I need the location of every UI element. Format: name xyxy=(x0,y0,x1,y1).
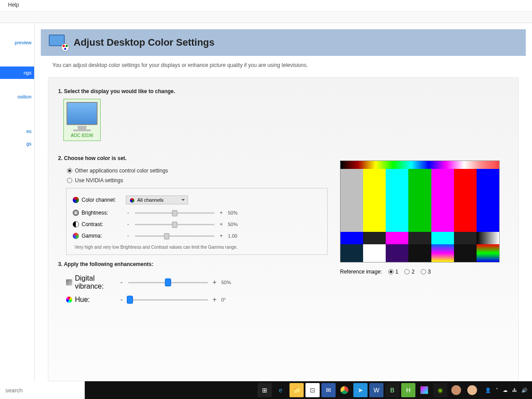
page-title: Adjust Desktop Color Settings xyxy=(74,37,215,48)
taskbar-search[interactable]: search xyxy=(0,381,85,399)
brightness-slider[interactable] xyxy=(135,210,215,216)
hue-slider[interactable] xyxy=(128,297,208,303)
vibrance-label: Digital vibrance: xyxy=(75,274,115,290)
taskbar: search ⊞ e 📁 ⊡ ✉ ➤ W B H ◉ 👤 ˄ ☁ 🖧 🔊 xyxy=(0,381,532,399)
menu-bar: Help xyxy=(0,0,532,12)
sidebar-item-position[interactable]: osition xyxy=(0,90,34,103)
section3-title: 3. Apply the following enhancements: xyxy=(58,261,328,267)
radio-icon xyxy=(67,168,72,173)
word-icon[interactable]: W xyxy=(369,383,383,397)
page-description: You can adjust desktop color settings fo… xyxy=(41,56,526,74)
vibrance-plus[interactable]: + xyxy=(212,278,217,286)
brightness-icon xyxy=(73,210,79,216)
section1-title: 1. Select the display you would like to … xyxy=(58,88,509,94)
contrast-value: 50% xyxy=(228,222,246,227)
app-h-icon[interactable]: H xyxy=(401,383,415,397)
settings-panel: 1. Select the display you would like to … xyxy=(48,77,519,381)
sidebar-item-es[interactable]: es xyxy=(0,125,34,137)
avatar2-icon[interactable] xyxy=(465,383,479,397)
gamma-label: Gamma: xyxy=(82,233,102,239)
tray-network-icon[interactable]: 🖧 xyxy=(512,387,517,393)
monitor-icon xyxy=(66,102,98,125)
color-app-icon[interactable] xyxy=(417,383,431,397)
display-option[interactable]: AOC 831W xyxy=(63,99,101,141)
color-settings-group: Color channel: All channels Brightness: … xyxy=(66,188,328,255)
gamma-value: 1.00 xyxy=(228,233,246,239)
gamma-note: Very high and very low Brightness and Co… xyxy=(73,242,321,250)
mail-icon[interactable]: ✉ xyxy=(321,383,336,397)
file-explorer-icon[interactable]: 📁 xyxy=(289,383,304,397)
brightness-minus[interactable]: - xyxy=(126,210,130,216)
app-b-icon[interactable]: B xyxy=(385,383,399,397)
hue-minus[interactable]: - xyxy=(119,296,124,304)
contrast-row: Contrast: - + 50% xyxy=(73,219,321,230)
vibrance-value: 50% xyxy=(221,280,239,285)
system-tray[interactable]: 👤 ˄ ☁ 🖧 🔊 xyxy=(481,387,532,393)
gamma-plus[interactable]: + xyxy=(219,233,223,239)
contrast-label: Contrast: xyxy=(82,221,103,227)
brightness-row: Brightness: - + 50% xyxy=(73,207,321,219)
reference-image xyxy=(340,160,500,262)
brightness-value: 50% xyxy=(228,210,246,215)
display-name-label: AOC 831W xyxy=(66,133,98,138)
telegram-icon[interactable]: ➤ xyxy=(353,383,368,397)
nvidia-icon[interactable]: ◉ xyxy=(433,383,447,397)
page-header: Adjust Desktop Color Settings xyxy=(41,29,526,56)
hue-plus[interactable]: + xyxy=(212,296,217,304)
ref-radio-3[interactable]: 3 xyxy=(421,269,431,275)
radio-other-apps[interactable]: Other applications control color setting… xyxy=(58,166,328,176)
vibrance-slider[interactable] xyxy=(128,279,208,286)
radio-other-label: Other applications control color setting… xyxy=(75,168,168,174)
tray-people-icon[interactable]: 👤 xyxy=(485,387,491,393)
color-channel-icon xyxy=(73,197,79,203)
tray-onedrive-icon[interactable]: ☁ xyxy=(503,387,508,393)
contrast-plus[interactable]: + xyxy=(219,221,223,227)
reference-panel: Reference image: 1 2 3 xyxy=(340,153,509,275)
color-channel-row: Color channel: All channels xyxy=(73,193,321,207)
color-channel-label: Color channel: xyxy=(82,197,116,203)
sidebar: preview ngs osition es gs xyxy=(0,23,35,381)
gamma-minus[interactable]: - xyxy=(126,233,130,239)
brightness-label: Brightness: xyxy=(82,210,108,216)
monitor-color-icon xyxy=(49,35,67,51)
menu-help[interactable]: Help xyxy=(5,1,22,9)
vibrance-row: Digital vibrance: - + 50% xyxy=(58,272,328,293)
tray-up-icon[interactable]: ˄ xyxy=(496,387,498,393)
contrast-slider[interactable] xyxy=(135,221,215,227)
sidebar-item-active[interactable]: ngs xyxy=(0,66,34,79)
vibrance-minus[interactable]: - xyxy=(119,278,124,286)
color-channel-dropdown[interactable]: All channels xyxy=(126,196,188,204)
gamma-row: Gamma: - + 1.00 xyxy=(73,230,321,242)
store-icon[interactable]: ⊡ xyxy=(305,383,320,397)
reference-image-selector: Reference image: 1 2 3 xyxy=(340,269,509,275)
chrome-icon[interactable] xyxy=(337,383,352,397)
hue-value: 0° xyxy=(221,297,239,302)
channel-swatch-icon xyxy=(130,198,134,203)
hue-label: Hue: xyxy=(75,296,90,304)
edge-icon[interactable]: e xyxy=(274,383,288,397)
brightness-plus[interactable]: + xyxy=(219,210,223,216)
avatar1-icon[interactable] xyxy=(449,383,463,397)
address-bar xyxy=(0,12,532,23)
main-content: Adjust Desktop Color Settings You can ad… xyxy=(35,23,532,381)
gamma-slider[interactable] xyxy=(135,233,215,239)
radio-icon xyxy=(67,178,72,183)
tray-volume-icon[interactable]: 🔊 xyxy=(521,387,528,393)
radio-nvidia-label: Use NVIDIA settings xyxy=(75,177,123,184)
hue-row: Hue: - + 0° xyxy=(58,293,328,306)
vibrance-icon xyxy=(66,279,72,286)
task-view-icon[interactable]: ⊞ xyxy=(258,383,272,397)
gamma-icon xyxy=(73,233,79,239)
reference-label: Reference image: xyxy=(340,269,382,275)
hue-icon xyxy=(66,297,72,303)
sidebar-item-gs[interactable]: gs xyxy=(0,137,34,150)
ref-radio-2[interactable]: 2 xyxy=(404,269,415,275)
sidebar-item-preview[interactable]: preview xyxy=(0,36,34,49)
color-channel-value: All channels xyxy=(137,197,163,203)
section2-title: 2. Choose how color is set. xyxy=(58,155,328,161)
ref-radio-1[interactable]: 1 xyxy=(388,269,399,275)
radio-nvidia-settings[interactable]: Use NVIDIA settings xyxy=(58,176,328,185)
contrast-minus[interactable]: - xyxy=(126,221,130,227)
contrast-icon xyxy=(73,221,79,227)
